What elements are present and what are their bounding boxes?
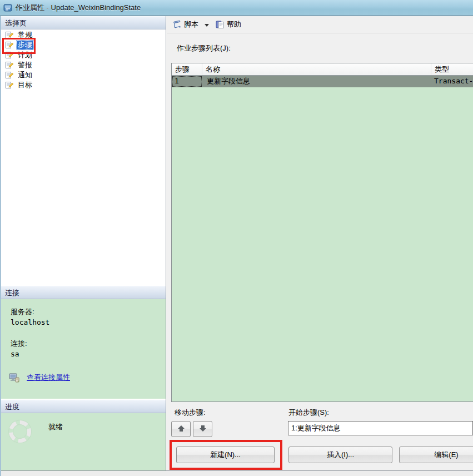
move-step-down-button[interactable] [193,421,212,437]
connection-label: 连接: [11,339,166,349]
sidebar-item-label: 目标 [17,81,33,90]
server-value: localhost [11,318,166,326]
sidebar-item-label: 计划 [17,51,33,60]
chevron-down-icon[interactable] [205,24,209,27]
page-pencil-icon [6,41,14,49]
main-panel: 脚本 帮助 作业步骤列表(J): 步骤 名称 类型 1 更新字段信息 Trans… [167,16,473,470]
sidebar-item-schedules[interactable]: 计划 [1,50,166,60]
move-step-label: 移动步骤: [175,408,206,418]
progress-panel: 就绪 [1,413,166,470]
connection-panel: 服务器: localhost 连接: sa 查看连接属性 [1,299,166,399]
sidebar-item-notifications[interactable]: 通知 [1,70,166,80]
column-header-type[interactable]: 类型 [431,63,473,75]
view-connection-properties-link[interactable]: 查看连接属性 [27,373,70,383]
title-bar[interactable]: 作业属性 - Update_WeixinBindingState [0,0,473,16]
toolbar: 脚本 帮助 [167,16,473,33]
server-label: 服务器: [11,307,166,317]
app-icon [3,3,12,12]
table-row[interactable]: 1 更新字段信息 Transact- [172,76,473,87]
sidebar-item-targets[interactable]: 目标 [1,80,166,90]
job-steps-table: 步骤 名称 类型 1 更新字段信息 Transact- [171,63,473,402]
script-label: 脚本 [184,19,198,29]
sidebar-item-label: 常规 [17,31,33,39]
sidebar-item-label: 警报 [17,61,33,70]
sidebar-item-label: 步骤 [17,41,33,49]
cell-name: 更新字段信息 [202,76,431,87]
progress-status: 就绪 [48,422,63,432]
page-pencil-icon [6,71,14,79]
select-page-header: 选择页 [1,16,166,29]
window-left-border [0,16,1,476]
job-step-list-label: 作业步骤列表(J): [177,43,231,53]
column-header-step[interactable]: 步骤 [172,63,202,75]
insert-step-button[interactable]: 插入(I)... [288,447,392,463]
edit-step-button[interactable]: 编辑(E) [399,447,473,463]
start-step-combobox[interactable]: 1:更新字段信息 [288,421,473,435]
progress-header: 进度 [1,400,166,413]
help-button[interactable]: 帮助 [213,18,243,31]
connection-header: 连接 [1,286,166,299]
start-step-label: 开始步骤(S): [288,408,329,418]
connection-value: sa [11,350,166,358]
page-list: 常规 步骤 计划 警报 [1,30,166,286]
server-properties-icon [9,373,20,383]
cell-step: 1 [172,76,202,87]
window-bottom-strip [0,470,473,476]
sidebar-item-steps[interactable]: 步骤 [1,40,166,50]
cell-type: Transact- [431,76,473,87]
window-title: 作业属性 - Update_WeixinBindingState [16,3,141,13]
page-pencil-icon [6,61,14,69]
job-properties-dialog: 作业属性 - Update_WeixinBindingState 选择页 常规 … [0,0,473,476]
page-pencil-icon [6,31,14,39]
sidebar-item-label: 通知 [17,71,33,80]
move-step-up-button[interactable] [171,421,191,437]
page-pencil-icon [6,51,14,59]
page-pencil-icon [6,81,14,89]
sidebar-item-general[interactable]: 常规 [1,30,166,40]
table-header-row: 步骤 名称 类型 [172,63,473,76]
script-button[interactable]: 脚本 [171,18,200,31]
sidebar-item-alerts[interactable]: 警报 [1,60,166,70]
new-step-button[interactable]: 新建(N)... [176,447,275,463]
help-label: 帮助 [227,19,241,29]
column-header-name[interactable]: 名称 [202,63,431,75]
arrow-up-icon [177,425,185,434]
sidebar: 选择页 常规 步骤 计划 [0,16,166,470]
script-icon [172,20,182,29]
help-icon [215,20,225,29]
progress-spinner-icon [9,420,31,443]
arrow-down-icon [199,425,207,434]
